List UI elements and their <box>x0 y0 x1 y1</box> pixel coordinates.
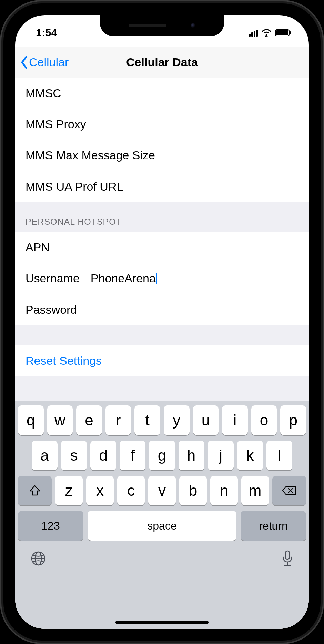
notch <box>100 15 224 36</box>
key-z[interactable]: z <box>55 476 83 505</box>
actions-section: Reset Settings <box>15 345 309 376</box>
cellular-signal-icon <box>249 29 258 37</box>
numbers-key[interactable]: 123 <box>18 511 83 541</box>
microphone-icon <box>281 550 294 567</box>
front-camera <box>191 23 195 28</box>
key-b[interactable]: b <box>179 476 207 505</box>
mms-section: MMSC MMS Proxy MMS Max Message Size MMS … <box>15 78 309 202</box>
globe-icon <box>30 550 47 567</box>
key-s[interactable]: s <box>61 441 87 470</box>
space-key[interactable]: space <box>88 511 236 541</box>
key-p[interactable]: p <box>280 405 306 435</box>
globe-key[interactable] <box>30 550 47 568</box>
key-h[interactable]: h <box>179 441 204 470</box>
key-k[interactable]: k <box>237 441 263 470</box>
keyboard: q w e r t y u i o p a s d <box>15 401 309 629</box>
mmsc-label: MMSC <box>26 87 61 100</box>
key-v[interactable]: v <box>148 476 176 505</box>
key-u[interactable]: u <box>193 405 219 435</box>
key-n[interactable]: n <box>210 476 238 505</box>
username-value: PhoneArena <box>91 272 156 285</box>
keyboard-row-3: z x c v b n m <box>18 476 306 505</box>
wifi-icon <box>261 29 272 37</box>
volume-up-button <box>0 128 0 165</box>
key-c[interactable]: c <box>117 476 145 505</box>
earpiece <box>129 24 166 27</box>
key-e[interactable]: e <box>76 405 102 435</box>
key-f[interactable]: f <box>120 441 145 470</box>
mute-switch <box>0 90 0 110</box>
svg-rect-2 <box>276 30 288 35</box>
settings-content: MMSC MMS Proxy MMS Max Message Size MMS … <box>15 78 309 629</box>
key-r[interactable]: r <box>105 405 131 435</box>
key-y[interactable]: y <box>164 405 190 435</box>
username-label: Username <box>26 272 80 285</box>
key-i[interactable]: i <box>222 405 248 435</box>
reset-settings-label: Reset Settings <box>26 354 102 368</box>
key-g[interactable]: g <box>149 441 175 470</box>
password-field[interactable]: Password <box>15 294 309 325</box>
backspace-key[interactable] <box>272 476 306 505</box>
chevron-left-icon <box>20 56 28 69</box>
status-time: 1:54 <box>36 20 57 39</box>
mmsc-field[interactable]: MMSC <box>15 78 309 109</box>
key-t[interactable]: t <box>134 405 160 435</box>
hotspot-section-header: PERSONAL HOTSPOT <box>15 202 309 232</box>
mms-max-size-field[interactable]: MMS Max Message Size <box>15 140 309 171</box>
svg-rect-9 <box>285 551 290 559</box>
key-w[interactable]: w <box>47 405 73 435</box>
reset-settings-button[interactable]: Reset Settings <box>15 345 309 376</box>
key-x[interactable]: x <box>86 476 114 505</box>
key-q[interactable]: q <box>18 405 44 435</box>
mms-max-size-label: MMS Max Message Size <box>26 149 155 162</box>
page-title: Cellular Data <box>126 56 198 69</box>
keyboard-bottom-row <box>18 546 306 569</box>
apn-field[interactable]: APN <box>15 232 309 263</box>
screen: 1:54 Cellular <box>15 15 309 629</box>
back-button[interactable]: Cellular <box>20 47 69 78</box>
phone-frame: 1:54 Cellular <box>0 0 324 644</box>
key-o[interactable]: o <box>251 405 277 435</box>
return-key[interactable]: return <box>241 511 306 541</box>
apn-label: APN <box>26 241 50 254</box>
key-m[interactable]: m <box>241 476 269 505</box>
keyboard-row-1: q w e r t y u i o p <box>18 405 306 435</box>
svg-rect-3 <box>290 31 291 34</box>
mms-ua-prof-label: MMS UA Prof URL <box>26 180 123 193</box>
key-d[interactable]: d <box>90 441 116 470</box>
keyboard-row-4: 123 space return <box>18 511 306 541</box>
password-label: Password <box>26 303 77 316</box>
dictation-key[interactable] <box>281 550 294 569</box>
battery-icon <box>275 29 292 37</box>
key-l[interactable]: l <box>266 441 292 470</box>
volume-down-button <box>0 176 0 214</box>
username-field[interactable]: Username PhoneArena <box>15 263 309 294</box>
back-label: Cellular <box>29 56 69 69</box>
shift-icon <box>29 485 41 496</box>
shift-key[interactable] <box>18 476 52 505</box>
mms-ua-prof-field[interactable]: MMS UA Prof URL <box>15 171 309 202</box>
svg-point-0 <box>266 34 267 36</box>
mms-proxy-field[interactable]: MMS Proxy <box>15 109 309 140</box>
keyboard-row-2: a s d f g h j k l <box>18 441 306 470</box>
hotspot-section: APN Username PhoneArena Password <box>15 232 309 325</box>
mms-proxy-label: MMS Proxy <box>26 118 86 131</box>
key-a[interactable]: a <box>32 441 58 470</box>
key-j[interactable]: j <box>208 441 234 470</box>
home-indicator[interactable] <box>115 621 209 624</box>
backspace-icon <box>282 485 296 496</box>
navigation-bar: Cellular Cellular Data <box>15 47 309 78</box>
